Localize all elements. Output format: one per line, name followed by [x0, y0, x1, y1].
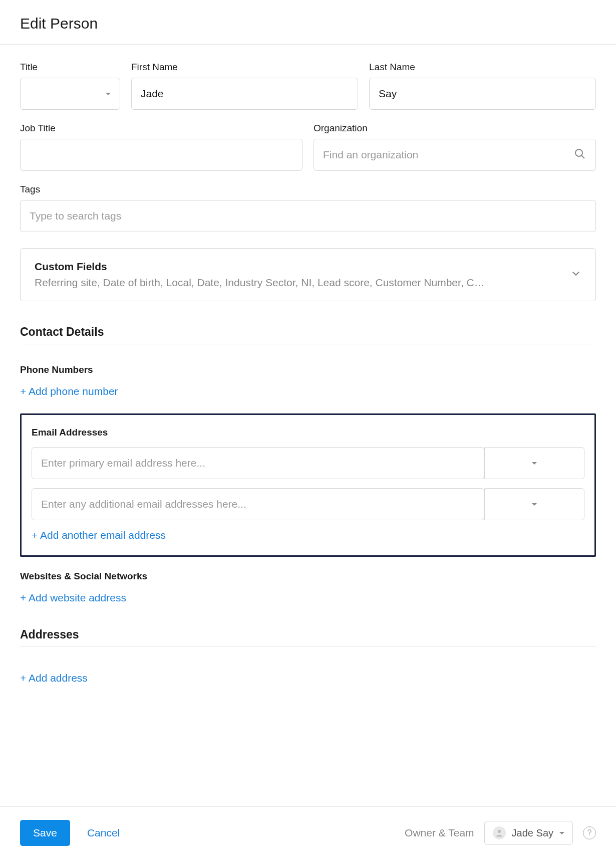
title-select[interactable] — [20, 78, 120, 110]
primary-email-input[interactable] — [32, 447, 484, 479]
add-address-link[interactable]: + Add address — [20, 672, 88, 684]
last-name-input[interactable] — [369, 78, 596, 110]
page-title: Edit Person — [20, 15, 596, 32]
additional-email-type-select[interactable] — [484, 488, 584, 520]
caret-down-icon — [532, 462, 537, 465]
owner-team-label: Owner & Team — [405, 827, 474, 839]
primary-email-type-select[interactable] — [484, 447, 584, 479]
footer: Save Cancel Owner & Team Jade Say ? — [0, 806, 616, 859]
email-heading: Email Addresses — [32, 427, 584, 438]
job-title-label: Job Title — [20, 123, 302, 134]
divider — [0, 44, 616, 45]
owner-picker[interactable]: Jade Say — [484, 821, 573, 845]
title-label: Title — [20, 62, 120, 73]
avatar — [493, 826, 506, 839]
svg-line-1 — [581, 155, 584, 158]
email-row-primary — [32, 447, 584, 479]
contact-details-heading: Contact Details — [20, 325, 596, 344]
save-button[interactable]: Save — [20, 820, 70, 846]
email-section: Email Addresses + Add another email addr… — [20, 413, 596, 557]
job-title-input[interactable] — [20, 139, 302, 171]
help-icon[interactable]: ? — [583, 826, 596, 839]
tags-label: Tags — [20, 184, 596, 195]
addresses-heading: Addresses — [20, 628, 596, 647]
svg-point-0 — [575, 149, 582, 156]
phone-heading: Phone Numbers — [20, 364, 596, 375]
add-email-link[interactable]: + Add another email address — [32, 529, 166, 541]
job-org-row: Job Title Organization — [20, 123, 596, 171]
caret-down-icon — [559, 832, 564, 834]
organization-input[interactable] — [314, 139, 596, 171]
caret-down-icon — [532, 503, 537, 506]
name-row: Title First Name Last Name — [20, 62, 596, 110]
email-row-additional — [32, 488, 584, 520]
add-website-link[interactable]: + Add website address — [20, 592, 126, 604]
search-icon[interactable] — [574, 148, 586, 162]
organization-label: Organization — [314, 123, 596, 134]
chevron-down-icon — [570, 268, 581, 281]
owner-name: Jade Say — [512, 827, 553, 839]
first-name-label: First Name — [131, 62, 358, 73]
first-name-input[interactable] — [131, 78, 358, 110]
custom-fields-summary: Referring site, Date of birth, Local, Da… — [35, 277, 560, 289]
additional-email-input[interactable] — [32, 488, 484, 520]
tags-input[interactable] — [20, 200, 596, 232]
add-phone-link[interactable]: + Add phone number — [20, 385, 118, 397]
websites-heading: Websites & Social Networks — [20, 571, 596, 582]
last-name-label: Last Name — [369, 62, 596, 73]
svg-point-2 — [498, 830, 501, 833]
custom-fields-title: Custom Fields — [35, 261, 560, 273]
caret-down-icon — [106, 93, 111, 95]
custom-fields-card[interactable]: Custom Fields Referring site, Date of bi… — [20, 248, 596, 301]
cancel-button[interactable]: Cancel — [87, 827, 120, 839]
